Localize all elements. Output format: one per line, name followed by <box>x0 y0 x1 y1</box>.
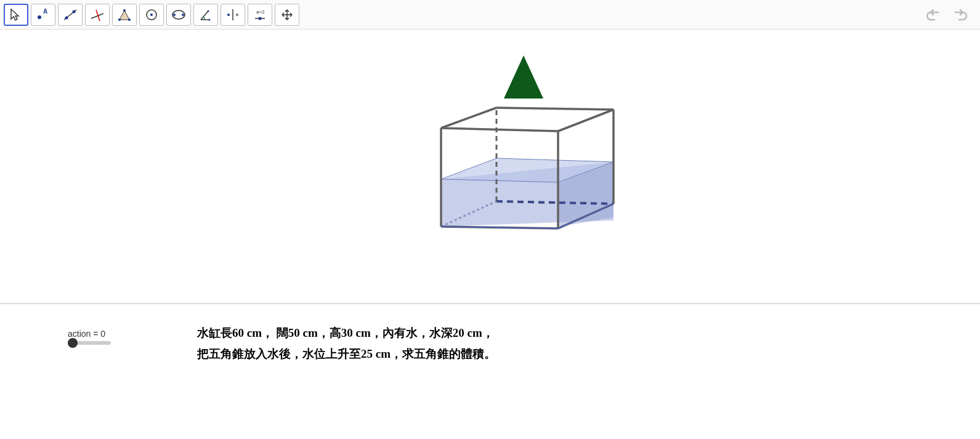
tank-top-front <box>441 128 558 131</box>
slider-label: action = 0 <box>68 329 111 339</box>
svg-point-16 <box>209 18 211 20</box>
circle-center-tool[interactable] <box>139 4 164 26</box>
svg-point-10 <box>123 9 126 12</box>
action-slider-group: action = 0 <box>68 329 111 345</box>
tank-top-left <box>441 108 496 128</box>
action-slider[interactable] <box>68 341 111 345</box>
svg-point-14 <box>173 14 176 16</box>
move-view-tool[interactable] <box>275 4 299 26</box>
line-tool[interactable] <box>58 4 83 26</box>
undo-button[interactable] <box>923 6 946 24</box>
toolbar: A a=2 <box>0 0 980 30</box>
svg-marker-7 <box>119 10 129 20</box>
undo-redo-group <box>923 6 976 24</box>
tank-top-back <box>496 108 614 110</box>
problem-line-2: 把五角錐放入水後，水位上升至25 cm，求五角錐的體積。 <box>197 344 496 364</box>
slider-thumb[interactable] <box>68 338 78 348</box>
svg-point-15 <box>182 14 184 16</box>
perpendicular-tool[interactable] <box>85 4 110 26</box>
tank-top-right <box>558 110 614 131</box>
graphics-view[interactable] <box>0 30 980 304</box>
svg-point-4 <box>73 10 76 13</box>
angle-tool[interactable] <box>193 4 218 26</box>
pyramid-shape <box>504 55 543 99</box>
svg-point-23 <box>259 17 262 20</box>
svg-point-8 <box>118 18 121 21</box>
polygon-tool[interactable] <box>112 4 137 26</box>
geometry-canvas <box>0 30 980 304</box>
problem-text: 水缸長60 cm， 闊50 cm，高30 cm，內有水，水深20 cm， 把五角… <box>197 323 496 364</box>
svg-point-9 <box>128 18 131 21</box>
svg-point-3 <box>65 16 68 19</box>
ellipse-tool[interactable] <box>166 4 191 26</box>
move-tool[interactable] <box>4 4 28 26</box>
reflect-tool[interactable] <box>221 4 245 26</box>
svg-point-0 <box>38 15 41 19</box>
svg-text:a=2: a=2 <box>256 9 265 15</box>
slider-tool[interactable]: a=2 <box>248 4 272 26</box>
svg-text:A: A <box>43 8 47 15</box>
bottom-panel: action = 0 水缸長60 cm， 闊50 cm，高30 cm，內有水，水… <box>0 304 980 383</box>
svg-point-20 <box>237 14 238 15</box>
svg-point-12 <box>150 14 153 16</box>
redo-button[interactable] <box>948 6 970 24</box>
svg-point-19 <box>227 14 230 16</box>
svg-point-17 <box>208 10 209 12</box>
problem-line-1: 水缸長60 cm， 闊50 cm，高30 cm，內有水，水深20 cm， <box>197 323 496 344</box>
point-tool[interactable]: A <box>31 4 55 26</box>
